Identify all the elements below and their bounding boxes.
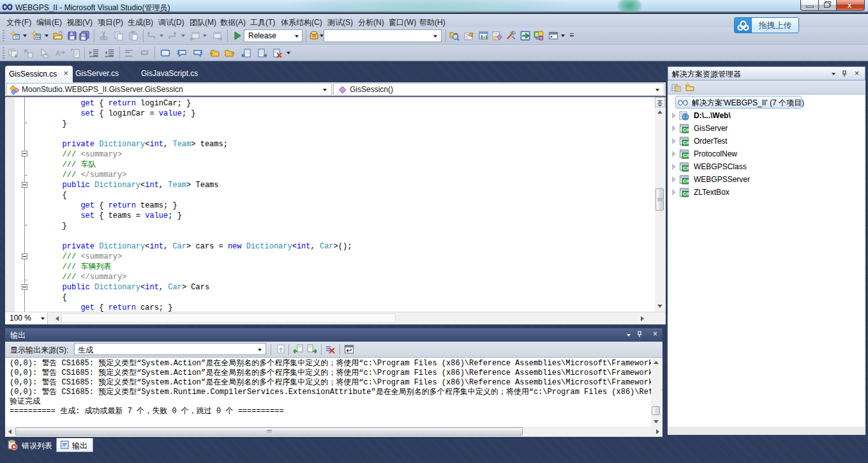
svg-text:C#: C#	[683, 191, 689, 197]
svg-text:C#: C#	[683, 153, 689, 158]
svg-text:C#: C#	[683, 140, 689, 146]
svg-text:C#: C#	[683, 127, 689, 133]
svg-text:C#: C#	[683, 178, 689, 184]
svg-text:C#: C#	[683, 165, 689, 171]
svg-text:A: A	[56, 49, 61, 57]
